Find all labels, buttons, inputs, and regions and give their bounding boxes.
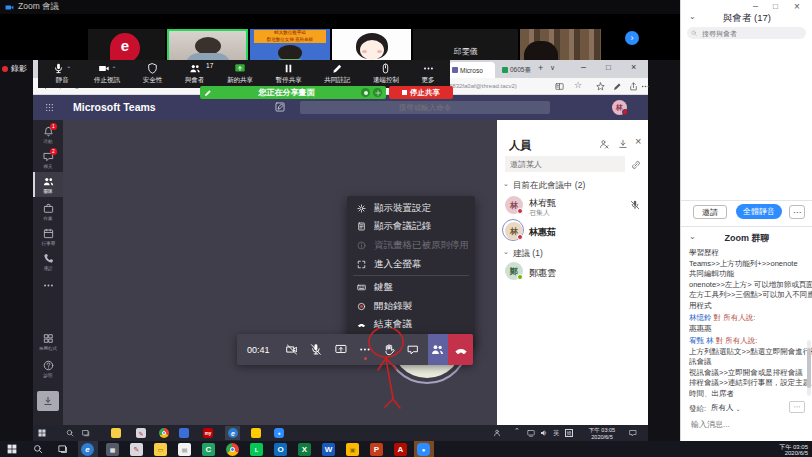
new-share-button[interactable]: 新的共享 — [227, 63, 253, 85]
chat-input[interactable] — [689, 417, 805, 431]
download-desktop-app-button[interactable] — [37, 391, 59, 411]
outlook-icon[interactable]: O — [274, 443, 287, 456]
start-button[interactable] — [7, 444, 17, 454]
camera-off-button[interactable] — [286, 343, 298, 356]
people-button[interactable] — [428, 334, 449, 365]
share-screen-button[interactable] — [335, 343, 347, 356]
participants-search-input[interactable] — [700, 29, 800, 38]
invite-button[interactable]: 邀請 — [693, 205, 727, 219]
mute-all-button[interactable]: 全體靜音 — [736, 204, 782, 219]
chat-more-button[interactable]: ⋯ — [789, 401, 805, 413]
rail-item-assignments[interactable]: 作業 — [33, 203, 63, 221]
favorites-bar-icon[interactable] — [596, 82, 605, 91]
powerpoint-icon[interactable]: P — [370, 443, 383, 456]
rail-item-more[interactable] — [33, 280, 63, 291]
raise-hand-button[interactable] — [383, 343, 395, 356]
browser-close-button[interactable]: × — [631, 62, 636, 72]
download-list-icon[interactable] — [618, 139, 628, 149]
zoom-app-icon[interactable]: ● — [417, 443, 430, 456]
menu-item-device-settings[interactable]: 顯示裝置設定 — [347, 199, 475, 218]
browser-maximize-button[interactable]: □ — [606, 63, 611, 72]
more-button[interactable]: 更多 — [422, 63, 435, 85]
rail-item-teams[interactable]: 團隊 — [33, 176, 63, 194]
new-tab-button[interactable]: + — [538, 63, 543, 73]
hang-up-button[interactable] — [448, 334, 473, 365]
chevron-up-icon[interactable]: ⌃ — [112, 65, 117, 72]
teams-search-input[interactable] — [300, 101, 550, 114]
tray-display-icon[interactable] — [527, 429, 535, 437]
tray-clock-date[interactable]: 2020/6/5 — [582, 434, 622, 440]
menu-item-meeting-notes[interactable]: 顯示會議記錄 — [347, 218, 475, 237]
action-center-icon[interactable] — [629, 429, 637, 437]
document-icon[interactable]: ▤ — [178, 443, 191, 456]
start-button[interactable] — [38, 429, 46, 437]
pause-share-button[interactable]: 暫停共享 — [276, 63, 302, 85]
participants-button[interactable]: 17與會者 — [185, 63, 205, 85]
rail-item-calendar[interactable]: 行事曆 — [33, 228, 63, 246]
rail-item-activity[interactable]: 活動 1 — [33, 126, 63, 144]
section-chevron[interactable]: ⌄ — [503, 248, 509, 256]
file-explorer-icon[interactable]: ▭ — [154, 443, 167, 456]
chat-scrollbar[interactable] — [807, 340, 811, 396]
mute-button[interactable]: ⌃靜音 — [53, 63, 71, 85]
recipient-dropdown[interactable]: 所有人⌄ — [711, 403, 741, 413]
invite-someone-input[interactable] — [505, 156, 625, 172]
search-icon[interactable] — [33, 444, 43, 454]
tray-ime-icon[interactable]: 英 — [553, 429, 560, 438]
sticky-notes-icon[interactable] — [251, 428, 261, 438]
browser-tab-active[interactable]: Microso — [449, 62, 495, 78]
next-videos-button[interactable]: › — [625, 31, 639, 45]
edge-icon[interactable]: e — [81, 443, 94, 456]
browser-minimize-button[interactable]: – — [581, 62, 586, 72]
copy-link-icon[interactable] — [631, 160, 641, 170]
c-app-icon[interactable]: C — [202, 443, 215, 456]
tray-volume-icon[interactable] — [540, 429, 548, 437]
line-app-icon[interactable]: L — [250, 443, 263, 456]
menu-item-end-meeting[interactable]: 結束會議 — [347, 316, 475, 335]
security-button[interactable]: 安全性 — [143, 63, 163, 85]
suggested-name[interactable]: 鄭惠雲 — [529, 267, 556, 280]
close-panel-icon[interactable]: × — [635, 135, 641, 147]
paint-app-icon[interactable]: ✎ — [136, 428, 146, 438]
waffle-icon[interactable] — [45, 103, 54, 112]
acrobat-icon[interactable]: A — [394, 443, 407, 456]
chat-scrollbar-thumb[interactable] — [807, 348, 811, 388]
rail-item-apps[interactable]: 應用程式 — [33, 333, 63, 351]
menu-item-keypad[interactable]: 鍵盤 — [347, 278, 475, 297]
excel-icon[interactable]: X — [298, 443, 311, 456]
sticky-notes-icon[interactable]: ▣ — [346, 443, 359, 456]
reading-view-icon[interactable] — [555, 82, 564, 91]
panel-minimize-button[interactable]: – — [753, 1, 758, 11]
participants-more-button[interactable]: ⋯ — [789, 205, 805, 219]
edge-icon[interactable]: e — [228, 428, 238, 438]
compose-icon[interactable] — [275, 102, 285, 112]
search-icon[interactable] — [66, 429, 74, 437]
task-view-icon[interactable] — [58, 444, 68, 454]
zoom-app-icon[interactable]: ● — [274, 428, 284, 438]
word-icon[interactable]: W — [322, 443, 335, 456]
chevron-up-icon[interactable]: ⌃ — [66, 65, 71, 72]
share-settings-icon[interactable] — [373, 88, 382, 97]
tab-list-button[interactable]: ∨ — [550, 64, 555, 72]
ink-note-icon[interactable] — [613, 82, 622, 91]
annotate-button[interactable]: 共同註記 — [324, 63, 350, 85]
ime-pad-icon[interactable]: ▦ — [106, 443, 119, 456]
stop-video-button[interactable]: ⌃停止視訊 — [94, 63, 120, 85]
tray-people-icon[interactable] — [493, 429, 501, 437]
stop-share-button[interactable]: 停止共享 — [389, 86, 453, 99]
panel-close-button[interactable]: × — [794, 1, 800, 12]
section-chevron[interactable]: ⌄ — [503, 180, 509, 188]
menu-item-start-recording[interactable]: 開始錄製 — [347, 297, 475, 316]
mute-all-icon[interactable] — [599, 139, 609, 149]
mic-off-button[interactable] — [310, 343, 322, 356]
paint-app-icon[interactable]: ✎ — [130, 443, 143, 456]
my-app-icon[interactable]: my — [203, 428, 213, 438]
rail-item-chat[interactable]: 聊天 2 — [33, 151, 63, 169]
taskbar-clock-date[interactable]: 2020/6/5 — [758, 450, 808, 456]
display-app-icon[interactable] — [179, 428, 189, 438]
menu-item-fullscreen[interactable]: 進入全螢幕 — [347, 255, 475, 274]
task-view-icon[interactable] — [82, 429, 90, 437]
rail-item-calls[interactable]: 通話 — [33, 253, 63, 271]
tray-ime-mode-icon[interactable]: 簡 — [565, 429, 573, 437]
remote-control-button[interactable]: 遠端控制 — [373, 63, 399, 85]
